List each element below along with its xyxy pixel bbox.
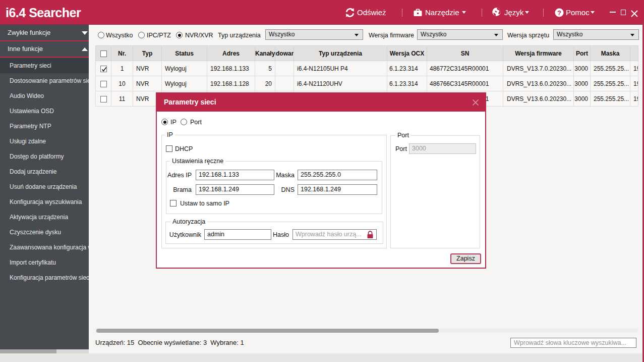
svg-text:?: ? bbox=[557, 9, 561, 17]
